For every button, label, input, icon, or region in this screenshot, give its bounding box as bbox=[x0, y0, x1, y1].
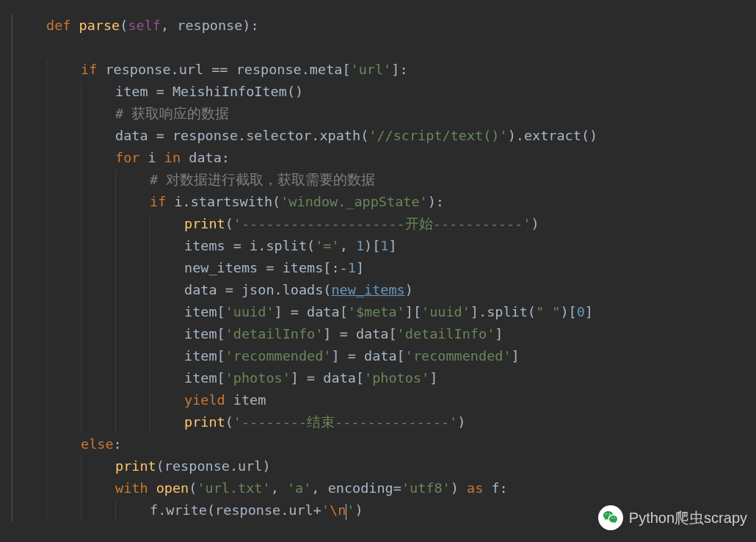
arg: response.url bbox=[164, 458, 263, 474]
tail: ] bbox=[429, 370, 437, 386]
tail: ) bbox=[451, 480, 467, 496]
mid: ] = data[ bbox=[275, 304, 348, 319]
string-quote: ' bbox=[346, 502, 355, 518]
string: " " bbox=[536, 304, 560, 319]
string: '=' bbox=[315, 238, 339, 253]
space bbox=[148, 480, 156, 496]
string: '--------结束--------------' bbox=[233, 414, 457, 430]
lhs: item[ bbox=[184, 370, 225, 386]
assignment: data = json.loads( bbox=[184, 282, 331, 297]
number: 1 bbox=[356, 238, 364, 253]
paren: ( bbox=[120, 18, 128, 33]
as-name: f: bbox=[483, 480, 507, 496]
keyword-in: in bbox=[164, 150, 181, 165]
code-editor[interactable]: def parse(self, response): if response.u… bbox=[0, 0, 756, 521]
builtin-print: print bbox=[115, 458, 156, 474]
lhs: item[ bbox=[184, 348, 225, 364]
string: 'a' bbox=[287, 480, 311, 496]
params: , response): bbox=[161, 18, 259, 33]
tail: ] bbox=[388, 238, 396, 253]
paren: ( bbox=[225, 414, 233, 430]
mid: ][ bbox=[405, 304, 421, 319]
number: 1 bbox=[380, 238, 388, 253]
string: 'detailInfo' bbox=[225, 326, 324, 342]
lhs: item[ bbox=[184, 326, 225, 342]
assignment: data = response.selector.xpath( bbox=[115, 128, 368, 143]
kwarg-name: encoding bbox=[328, 480, 393, 496]
tail: )[ bbox=[560, 304, 576, 319]
self-param: self bbox=[128, 18, 161, 33]
builtin-print: print bbox=[184, 414, 225, 430]
string-quote: ' bbox=[321, 502, 330, 518]
paren: ) bbox=[457, 414, 465, 430]
string: 'utf8' bbox=[401, 480, 451, 496]
string: 'uuid' bbox=[225, 304, 275, 319]
keyword-if: if bbox=[81, 62, 97, 77]
call: i.startswith( bbox=[166, 194, 280, 209]
builtin-open: open bbox=[156, 480, 189, 496]
assignment: new_items = items[:- bbox=[184, 260, 348, 275]
tail: )[ bbox=[364, 238, 380, 253]
keyword-as: as bbox=[467, 480, 483, 496]
lhs: item[ bbox=[184, 304, 225, 319]
string: '//script/text()' bbox=[368, 128, 507, 143]
tail: ] bbox=[495, 326, 503, 342]
string: '--------------------开始-----------' bbox=[233, 216, 531, 231]
reference-link[interactable]: new_items bbox=[331, 282, 404, 297]
colon: : bbox=[114, 436, 122, 452]
number: 1 bbox=[348, 260, 356, 275]
string: 'photos' bbox=[364, 370, 429, 386]
yield-value: item bbox=[225, 392, 266, 408]
paren: ) bbox=[355, 502, 363, 518]
string: '$meta' bbox=[348, 304, 405, 319]
comma: , bbox=[271, 480, 287, 496]
assignment: items = i.split( bbox=[184, 238, 315, 253]
paren: ( bbox=[156, 458, 164, 474]
keyword-if: if bbox=[150, 194, 166, 209]
tail: ].split( bbox=[470, 304, 536, 319]
tail: ).extract() bbox=[508, 128, 598, 143]
mid: ] = data[ bbox=[291, 370, 364, 386]
string: 'url' bbox=[351, 62, 392, 77]
tail: ] bbox=[356, 260, 364, 275]
keyword-with: with bbox=[115, 480, 148, 496]
keyword-for: for bbox=[115, 150, 139, 165]
mid: ] = data[ bbox=[323, 326, 396, 342]
string: 'photos' bbox=[225, 370, 291, 386]
paren: ) bbox=[263, 458, 271, 474]
comment: # 获取响应的数据 bbox=[115, 106, 229, 121]
mid: ] = data[ bbox=[332, 348, 405, 364]
keyword-yield: yield bbox=[184, 392, 225, 408]
equals: = bbox=[393, 480, 401, 496]
keyword-else: else bbox=[81, 436, 114, 452]
tail: ]: bbox=[391, 62, 407, 77]
string: 'recommended' bbox=[405, 348, 512, 364]
paren: ) bbox=[531, 216, 539, 231]
sep: , bbox=[340, 238, 356, 253]
tail: ] bbox=[585, 304, 593, 319]
tail: ) bbox=[405, 282, 413, 297]
string: 'window._appState' bbox=[280, 194, 427, 209]
condition: response.url == response.meta[ bbox=[97, 62, 350, 77]
paren: ( bbox=[225, 216, 233, 231]
builtin-print: print bbox=[184, 216, 225, 231]
paren: ( bbox=[189, 480, 197, 496]
tail: ] bbox=[512, 348, 520, 364]
loop-var: i bbox=[139, 150, 164, 165]
string: 'recommended' bbox=[225, 348, 332, 364]
keyword-def: def bbox=[46, 18, 79, 33]
call: f.write(response.url+ bbox=[150, 502, 321, 518]
assignment: item = MeishiInfoItem() bbox=[115, 84, 303, 99]
escape-sequence: \n bbox=[330, 502, 346, 518]
function-name: parse bbox=[79, 18, 120, 33]
string: 'uuid' bbox=[421, 304, 470, 319]
string: 'url.txt' bbox=[197, 480, 270, 496]
comment: # 对数据进行截取，获取需要的数据 bbox=[150, 172, 375, 187]
comma: , bbox=[311, 480, 327, 496]
number: 0 bbox=[577, 304, 585, 319]
string: 'detailInfo' bbox=[397, 326, 495, 342]
tail: ): bbox=[428, 194, 444, 209]
loop-iter: data: bbox=[181, 150, 230, 165]
